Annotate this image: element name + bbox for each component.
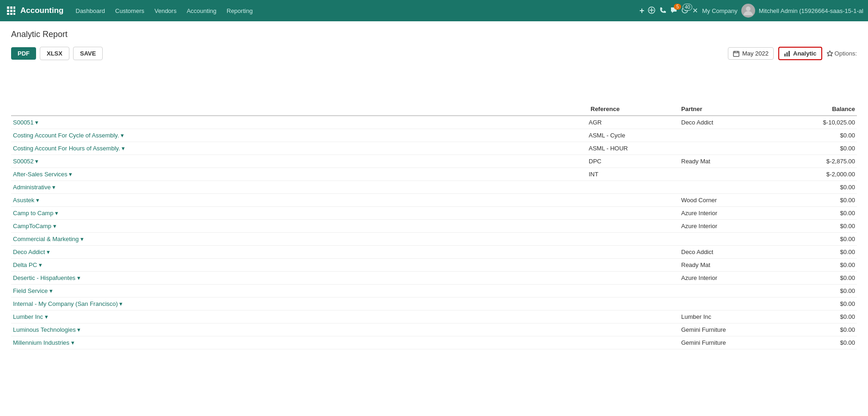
avatar[interactable] — [741, 4, 755, 18]
add-icon[interactable]: + — [640, 6, 645, 16]
row-reference: ASML - Cycle — [589, 132, 681, 139]
svg-rect-3 — [7, 10, 9, 12]
table-header: Reference Partner Balance — [11, 103, 857, 116]
row-name[interactable]: Lumber Inc ▾ — [11, 313, 589, 320]
svg-rect-8 — [13, 13, 15, 15]
table-row: Commercial & Marketing ▾ $0.00 — [11, 233, 857, 246]
table-row: S00051 ▾ AGR Deco Addict $-10,025.00 — [11, 116, 857, 129]
row-name[interactable]: Millennium Industries ▾ — [11, 339, 589, 346]
page-content: Analytic Report PDF XLSX SAVE May 2022 A… — [0, 21, 868, 358]
clock-badge: 40 — [683, 4, 692, 11]
toolbar: PDF XLSX SAVE May 2022 Analytic Options: — [11, 47, 857, 60]
row-name[interactable]: Luminous Technologies ▾ — [11, 326, 589, 333]
xlsx-button[interactable]: XLSX — [40, 47, 69, 60]
app-title: Accounting — [20, 6, 64, 15]
chat-icon[interactable]: 5 — [670, 6, 677, 15]
row-partner: Azure Interior — [681, 274, 774, 281]
row-name[interactable]: S00052 ▾ — [11, 158, 589, 165]
row-partner: Deco Addict — [681, 119, 774, 126]
row-balance: $0.00 — [774, 145, 857, 152]
row-balance: $0.00 — [774, 261, 857, 268]
clock-icon[interactable]: 40 — [681, 6, 689, 15]
row-name[interactable]: CampToCamp ▾ — [11, 223, 589, 230]
row-name[interactable]: Field Service ▾ — [11, 287, 589, 294]
top-navigation: Accounting Dashboard Customers Vendors A… — [0, 0, 868, 21]
company-name[interactable]: My Company — [702, 7, 738, 14]
row-reference: DPC — [589, 158, 681, 165]
row-name[interactable]: Deco Addict ▾ — [11, 248, 589, 255]
row-name[interactable]: Desertic - Hispafuentes ▾ — [11, 274, 589, 281]
nav-reporting[interactable]: Reporting — [222, 6, 257, 16]
analytic-label: Analytic — [793, 50, 817, 57]
topnav-right: + 5 40 ✕ My Company Mitchell Admin (1592… — [640, 4, 863, 18]
row-name[interactable]: Costing Account For Hours of Assembly. ▾ — [11, 145, 589, 152]
row-balance: $0.00 — [774, 132, 857, 139]
row-partner: Azure Interior — [681, 210, 774, 217]
svg-rect-2 — [13, 6, 15, 9]
table-row: Asustek ▾ Wood Corner $0.00 — [11, 194, 857, 207]
save-button[interactable]: SAVE — [73, 47, 103, 60]
row-name[interactable]: After-Sales Services ▾ — [11, 171, 589, 178]
row-balance: $0.00 — [774, 287, 857, 294]
bug-icon[interactable] — [648, 6, 655, 15]
table-row: After-Sales Services ▾ INT $-2,000.00 — [11, 168, 857, 181]
row-name[interactable]: Camp to Camp ▾ — [11, 210, 589, 217]
svg-point-13 — [746, 6, 751, 11]
table-row: Desertic - Hispafuentes ▾ Azure Interior… — [11, 272, 857, 285]
table-row: Luminous Technologies ▾ Gemini Furniture… — [11, 323, 857, 336]
row-name[interactable]: Administrative ▾ — [11, 184, 589, 191]
table-row: Delta PC ▾ Ready Mat $0.00 — [11, 259, 857, 272]
row-partner: Lumber Inc — [681, 313, 774, 320]
row-name[interactable]: Internal - My Company (San Francisco) ▾ — [11, 300, 589, 307]
table-body: S00051 ▾ AGR Deco Addict $-10,025.00 Cos… — [11, 116, 857, 349]
date-filter[interactable]: May 2022 — [728, 47, 774, 60]
phone-icon[interactable] — [659, 6, 666, 15]
row-partner: Gemini Furniture — [681, 339, 774, 346]
row-name[interactable]: Costing Account For Cycle of Assembly. ▾ — [11, 132, 589, 139]
row-name[interactable]: Asustek ▾ — [11, 197, 589, 204]
options-label: Options: — [835, 50, 857, 57]
row-balance: $0.00 — [774, 248, 857, 255]
table-row: Field Service ▾ $0.00 — [11, 285, 857, 298]
row-balance: $0.00 — [774, 184, 857, 191]
row-balance: $0.00 — [774, 274, 857, 281]
table-row: Camp to Camp ▾ Azure Interior $0.00 — [11, 207, 857, 220]
nav-vendors[interactable]: Vendors — [150, 6, 181, 16]
row-balance: $0.00 — [774, 300, 857, 307]
table-row: Internal - My Company (San Francisco) ▾ … — [11, 298, 857, 310]
row-balance: $0.00 — [774, 236, 857, 242]
row-balance: $0.00 — [774, 197, 857, 204]
table-row: Costing Account For Cycle of Assembly. ▾… — [11, 129, 857, 142]
row-partner: Ready Mat — [681, 261, 774, 268]
row-name[interactable]: S00051 ▾ — [11, 119, 589, 126]
main-menu: Dashboard Customers Vendors Accounting R… — [71, 6, 637, 16]
row-partner: Azure Interior — [681, 223, 774, 230]
nav-dashboard[interactable]: Dashboard — [71, 6, 110, 16]
row-name[interactable]: Commercial & Marketing ▾ — [11, 236, 589, 242]
analytic-button[interactable]: Analytic — [778, 47, 822, 60]
col-header-partner: Partner — [681, 106, 774, 112]
table-row: S00052 ▾ DPC Ready Mat $-2,875.00 — [11, 155, 857, 168]
toolbar-right: May 2022 Analytic Options: — [728, 47, 857, 60]
row-balance: $0.00 — [774, 223, 857, 230]
svg-rect-18 — [784, 54, 786, 56]
svg-rect-19 — [787, 52, 788, 56]
table-row: CampToCamp ▾ Azure Interior $0.00 — [11, 220, 857, 233]
row-partner: Gemini Furniture — [681, 326, 774, 333]
row-balance: $-2,000.00 — [774, 171, 857, 178]
table-row: Millennium Industries ▾ Gemini Furniture… — [11, 336, 857, 349]
pdf-button[interactable]: PDF — [11, 47, 36, 60]
row-name[interactable]: Delta PC ▾ — [11, 261, 589, 268]
svg-rect-5 — [13, 10, 15, 12]
nav-accounting[interactable]: Accounting — [182, 6, 221, 16]
options-button[interactable]: Options: — [827, 50, 857, 57]
nav-customers[interactable]: Customers — [111, 6, 149, 16]
row-balance: $0.00 — [774, 326, 857, 333]
row-partner: Deco Addict — [681, 248, 774, 255]
row-balance: $-2,875.00 — [774, 158, 857, 165]
data-table: Reference Partner Balance S00051 ▾ AGR D… — [11, 103, 857, 349]
grid-icon[interactable] — [5, 4, 18, 17]
close-icon[interactable]: ✕ — [692, 6, 698, 15]
col-header-reference: Reference — [589, 106, 681, 112]
page-title: Analytic Report — [11, 30, 857, 39]
